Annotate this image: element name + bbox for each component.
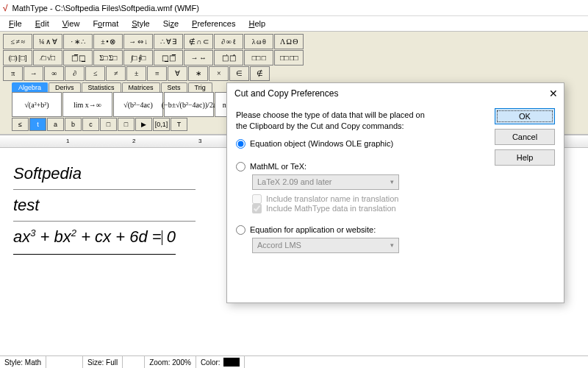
tab-derivs[interactable]: Derivs [49,82,81,92]
minis-cell[interactable]: □ [118,118,135,131]
prow2-cell[interactable]: □□ □ [244,50,273,66]
minis-cell[interactable]: □ [100,118,117,131]
app-logo: √ [3,3,8,13]
menu-format[interactable]: Format [87,18,124,29]
prow3-cell[interactable]: ∉ [250,66,270,81]
prow1-cell[interactable]: ± • ⊗ [93,34,123,49]
prow1-cell[interactable]: ¼ ∧ ∀ [33,34,62,49]
minis-cell[interactable]: a [47,118,64,131]
tab-matrices[interactable]: Matrices [122,82,160,92]
menu-style[interactable]: Style [126,18,155,29]
cancel-button[interactable]: Cancel [495,129,555,145]
prow2-cell[interactable]: □□ □□ [274,50,304,66]
prow1-cell[interactable]: λ ω θ [244,34,273,49]
prow2-cell[interactable]: □̅ □̲ [63,50,93,66]
prow1-cell[interactable]: ∴ ∀ ∃ [154,34,183,49]
menu-size[interactable]: Size [157,18,184,29]
status-color: Color: [196,356,245,368]
tab-statistics[interactable]: Statistics [82,82,121,92]
tmpls-cell[interactable]: lim x→∞ [62,92,112,117]
prow3-cell[interactable]: → [24,66,43,81]
close-icon[interactable]: ✕ [549,88,558,99]
prow3-cell[interactable]: ± [126,66,146,81]
status-zoom: Zoom: 200% [145,356,196,368]
prow2-cell[interactable]: Σ□ Σ□ [93,50,123,66]
prow3-cell[interactable]: ∗ [188,66,208,81]
prow3-cell[interactable]: ≡ [147,66,167,81]
ok-button[interactable]: OK [495,108,555,124]
prow3-cell[interactable]: ≠ [106,66,126,81]
prow1-cell[interactable]: → ⇔ ↓ [123,34,153,49]
prow1-cell[interactable]: ∙ ∗ ∴ [63,34,93,49]
tmpls-cell[interactable]: √(b²−4ac) [113,92,163,117]
minis-cell[interactable]: t [29,118,46,131]
chevron-down-icon: ▾ [390,178,394,185]
prow1-cell[interactable]: ∂ ∞ ℓ [214,34,243,49]
status-bar: Style: Math Size: Full Zoom: 200% Color: [0,355,588,368]
menu-view[interactable]: View [57,18,86,29]
tex-format-combo[interactable]: LaTeX 2.09 and later▾ [252,174,399,190]
prow3-cell[interactable]: ∞ [44,66,64,81]
caret [162,230,162,245]
radio-application-website[interactable]: Equation for application or website: [236,225,555,235]
minis-cell[interactable]: ≤ [12,118,29,131]
prow3-cell[interactable]: × [209,66,229,81]
check-translator-name[interactable]: Include translator name in translation [252,194,555,204]
text-line: test [13,190,196,222]
prow2-cell[interactable]: ⁄□ √□ [33,50,62,66]
color-swatch [223,358,240,367]
menu-preferences[interactable]: Preferences [186,18,241,29]
tab-trig[interactable]: Trig [188,82,212,92]
prow3-cell[interactable]: π [3,66,23,81]
prow2-cell[interactable]: ∫□ ∮□ [123,50,153,66]
prow1-cell[interactable]: Λ Ω Θ [274,34,304,49]
minis-cell[interactable]: T [171,118,187,131]
dialog-titlebar: Cut and Copy Preferences ✕ [227,83,564,104]
prow2-cell[interactable]: □̲ □̅ [154,50,183,66]
minis-cell[interactable]: [0,1] [153,118,170,131]
prow3-cell[interactable]: ∀ [168,66,187,81]
title-text: MathType - C:\Softpedia Files\Softpedia.… [12,4,199,13]
prow2-cell[interactable]: (□) [□] [3,50,32,66]
prow1-cell[interactable]: ∉ ∩ ⊂ [184,34,213,49]
minis-cell[interactable]: b [65,118,82,131]
help-button[interactable]: Help [495,149,555,166]
tab-sets[interactable]: Sets [161,82,187,92]
equation: ax3 + bx2 + cx + 6d = 0 [13,222,176,255]
check-mathtype-data[interactable]: Include MathType data in translation [252,204,555,213]
prow3-cell[interactable]: ∂ [65,66,85,81]
prow2-cell[interactable]: □̇ □̂ [214,50,243,66]
menu-help[interactable]: Help [243,18,271,29]
prow3-cell[interactable]: ∈ [229,66,249,81]
prow2-cell[interactable]: → ↔ [184,50,213,66]
prow3-cell[interactable]: ≤ [85,66,105,81]
prow1-cell[interactable]: ≤ ≠ ≈ [3,34,32,49]
menu-edit[interactable]: Edit [29,18,55,29]
menu-bar: File Edit View Format Style Size Prefere… [0,16,588,31]
status-style: Style: Math [0,356,46,368]
application-combo[interactable]: Accord LMS▾ [252,238,399,253]
text-line: Softpedia [13,158,196,190]
tab-algebra[interactable]: Algebra [12,82,48,92]
minis-cell[interactable]: ▶ [135,118,152,131]
status-size: Size: Full [83,356,123,368]
tmpls-cell[interactable]: (−b±√(b²−4ac))/2a [164,92,214,117]
dialog-description: Please choose the type of data that will… [236,110,427,132]
title-bar: √ MathType - C:\Softpedia Files\Softpedi… [0,0,588,16]
menu-file[interactable]: File [3,18,28,29]
chevron-down-icon: ▾ [390,241,394,249]
cut-copy-preferences-dialog: Cut and Copy Preferences ✕ OK Cancel Hel… [226,82,564,303]
minis-cell[interactable]: c [82,118,99,131]
dialog-title: Cut and Copy Preferences [234,88,338,99]
tmpls-cell[interactable]: √(a²+b²) [12,92,62,117]
